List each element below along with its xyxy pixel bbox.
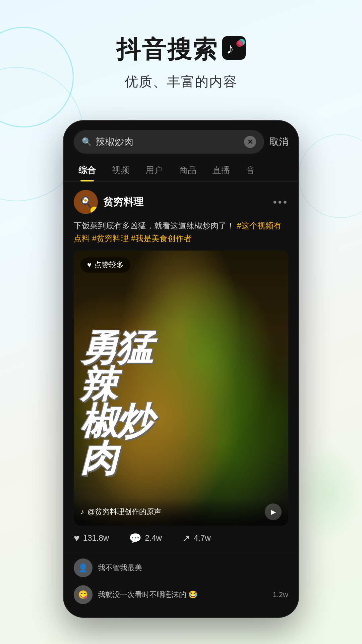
comments-number: 2.4w bbox=[145, 533, 162, 543]
phone-container: 🔍 辣椒炒肉 ✕ 取消 综合 视频 用户 商品 直播 音 bbox=[64, 121, 298, 617]
post-text: 下饭菜到底有多凶猛，就看这道辣椒炒肉了！ #这个视频有点料 #贫穷料理 #我是美… bbox=[64, 219, 298, 251]
video-text-overlay: 勇猛 辣 椒炒 肉 bbox=[80, 329, 152, 477]
tab-live[interactable]: 直播 bbox=[204, 159, 238, 181]
video-audio-bar: ♪ @贫穷料理创作的原声 ▶ bbox=[74, 498, 288, 526]
subtitle: 优质、丰富的内容 bbox=[0, 72, 362, 91]
post-text-normal: 下饭菜到底有多凶猛，就看这道辣椒炒肉了！ bbox=[74, 221, 235, 230]
cancel-button[interactable]: 取消 bbox=[269, 136, 288, 148]
bg-blob-right bbox=[295, 443, 362, 543]
search-icon: 🔍 bbox=[82, 137, 92, 147]
title-row: 抖音搜索 ♪ bbox=[0, 34, 362, 66]
search-input-wrap[interactable]: 🔍 辣椒炒肉 ✕ bbox=[74, 130, 264, 154]
comment-item-1: 👤 我不管我最美 bbox=[74, 554, 288, 581]
video-like-badge: ♥ 点赞较多 bbox=[80, 257, 130, 273]
comment-avatar-2: 😋 bbox=[74, 585, 93, 604]
share-icon: ↗ bbox=[182, 532, 190, 544]
video-big-text-line2: 辣 bbox=[80, 366, 152, 403]
phone-frame: 🔍 辣椒炒肉 ✕ 取消 综合 视频 用户 商品 直播 音 bbox=[64, 121, 298, 617]
tab-video[interactable]: 视频 bbox=[104, 159, 137, 181]
clear-button[interactable]: ✕ bbox=[244, 136, 256, 148]
search-bar: 🔍 辣椒炒肉 ✕ 取消 bbox=[64, 121, 298, 159]
main-title: 抖音搜索 bbox=[116, 34, 218, 66]
shares-number: 4.7w bbox=[194, 533, 211, 543]
heart-icon: ♥ bbox=[87, 261, 92, 269]
post-header: 🍳 ✓ 贫穷料理 ••• bbox=[64, 182, 298, 219]
video-big-text-line3: 椒炒 bbox=[80, 403, 152, 440]
user-info: 🍳 ✓ 贫穷料理 bbox=[74, 190, 143, 214]
header-section: 抖音搜索 ♪ 优质、丰富的内容 bbox=[0, 0, 362, 111]
comment-count-2: 1.2w bbox=[273, 590, 288, 599]
tab-comprehensive[interactable]: 综合 bbox=[70, 159, 104, 181]
tiktok-logo-icon: ♪ bbox=[222, 36, 246, 60]
video-big-text-line4: 肉 bbox=[80, 440, 152, 477]
bg-circle-3 bbox=[298, 134, 362, 218]
like-badge-text: 点赞较多 bbox=[94, 260, 124, 270]
video-container[interactable]: ♥ 点赞较多 勇猛 辣 椒炒 肉 ♪ @贫穷料理创作的原声 bbox=[74, 251, 288, 526]
comment-text-1: 我不管我最美 bbox=[98, 563, 288, 573]
search-query-text: 辣椒炒肉 bbox=[96, 136, 240, 148]
likes-number: 131.8w bbox=[83, 533, 109, 543]
engagement-row: ♥ 131.8w 💬 2.4w ↗ 4.7w bbox=[64, 526, 298, 551]
username[interactable]: 贫穷料理 bbox=[103, 195, 143, 209]
content-area: 🍳 ✓ 贫穷料理 ••• 下饭菜到底有多凶猛，就看这道辣椒炒肉了！ #这个视频有… bbox=[64, 182, 298, 617]
more-button[interactable]: ••• bbox=[273, 196, 288, 208]
comment-text-2: 我就没一次看时不咽唾沫的 😂 bbox=[98, 590, 267, 600]
tab-audio[interactable]: 音 bbox=[238, 159, 263, 181]
svg-text:♪: ♪ bbox=[226, 40, 234, 57]
comment-avatar-1: 👤 bbox=[74, 558, 93, 577]
comment-preview: 👤 我不管我最美 😋 我就没一次看时不咽唾沫的 😂 1.2w bbox=[64, 551, 298, 611]
tabs-row: 综合 视频 用户 商品 直播 音 bbox=[64, 159, 298, 182]
play-button[interactable]: ▶ bbox=[265, 503, 282, 520]
video-big-text-line1: 勇猛 bbox=[80, 329, 152, 366]
phone-screen: 🔍 辣椒炒肉 ✕ 取消 综合 视频 用户 商品 直播 音 bbox=[64, 121, 298, 617]
comments-count[interactable]: 💬 2.4w bbox=[129, 532, 162, 544]
likes-count[interactable]: ♥ 131.8w bbox=[74, 532, 109, 544]
shares-count[interactable]: ↗ 4.7w bbox=[182, 532, 211, 544]
tab-product[interactable]: 商品 bbox=[171, 159, 204, 181]
tiktok-small-icon: ♪ bbox=[80, 507, 84, 516]
audio-info: ♪ @贫穷料理创作的原声 bbox=[80, 507, 161, 517]
heart-icon: ♥ bbox=[74, 532, 80, 544]
audio-text: @贫穷料理创作的原声 bbox=[87, 507, 161, 517]
comment-icon: 💬 bbox=[129, 532, 141, 544]
svg-point-3 bbox=[236, 40, 243, 47]
tab-user[interactable]: 用户 bbox=[137, 159, 171, 181]
avatar[interactable]: 🍳 ✓ bbox=[74, 190, 98, 214]
comment-item-2: 😋 我就没一次看时不咽唾沫的 😂 1.2w bbox=[74, 581, 288, 608]
verified-badge: ✓ bbox=[90, 207, 98, 214]
